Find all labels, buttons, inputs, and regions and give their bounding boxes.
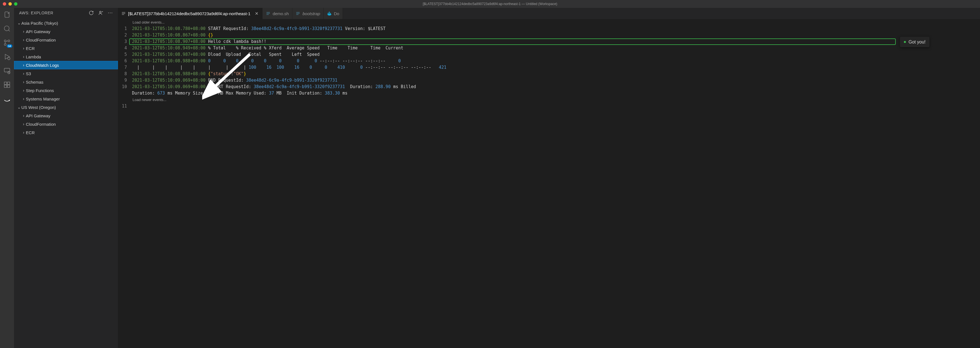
- tree-item[interactable]: ›CloudFormation: [14, 36, 118, 44]
- tree-item-label: ECR: [26, 130, 35, 135]
- code-area: Load older events...2021-03-12T05:10:08.…: [132, 19, 980, 348]
- tree-region[interactable]: ⌄US West (Oregon): [14, 103, 118, 111]
- more-icon[interactable]: ···: [108, 10, 113, 16]
- svg-point-6: [8, 57, 10, 60]
- editor-tab[interactable]: bootstrap: [292, 8, 324, 19]
- editor-tab[interactable]: demo.sh: [262, 8, 293, 19]
- tree-region-label: Asia Pacific (Tokyo): [21, 21, 58, 25]
- editor-tab[interactable]: Do: [324, 8, 343, 19]
- log-line: 2021-03-12T05:10:08.988+08:00 {"status":…: [132, 71, 980, 77]
- search-icon[interactable]: [3, 25, 11, 33]
- svg-point-4: [4, 40, 6, 42]
- editor-tab[interactable]: [$LATEST]377bb4b142124dedbc5a890723a9d6f…: [118, 8, 262, 19]
- svg-point-2: [8, 40, 10, 42]
- chevron-right-icon: ›: [21, 71, 26, 76]
- tree-item-label: Step Functions: [26, 88, 54, 93]
- tab-label: Do: [334, 11, 339, 16]
- tree-item[interactable]: ›Lambda: [14, 52, 118, 61]
- svg-rect-29: [329, 13, 330, 14]
- chevron-right-icon: ›: [21, 88, 26, 93]
- svg-line-1: [8, 30, 10, 32]
- line-number: 7: [118, 64, 127, 71]
- line-number: 10: [118, 84, 127, 90]
- log-line: 2021-03-12T05:10:08.988+08:00 0 0 0 0 0 …: [132, 58, 980, 64]
- log-line: Duration: 673 ms Memory Size: 128 MB Max…: [132, 90, 980, 97]
- debug-icon[interactable]: [3, 53, 11, 60]
- tab-label: [$LATEST]377bb4b142124dedbc5a890723a9d6f…: [128, 11, 250, 16]
- chevron-right-icon: ›: [21, 97, 26, 101]
- svg-rect-28: [328, 13, 329, 14]
- svg-rect-30: [330, 13, 331, 14]
- sidebar-header: AWS: EXPLORER ···: [14, 8, 118, 17]
- tree-item-label: Schemas: [26, 80, 43, 84]
- tree-item[interactable]: ›Schemas: [14, 78, 118, 86]
- tree-item[interactable]: ›API Gateway: [14, 111, 118, 120]
- tooltip-text: Got you!: [909, 39, 926, 45]
- line-number: 1: [118, 25, 127, 32]
- tree-item[interactable]: ›CloudWatch Logs: [14, 61, 118, 69]
- chevron-down-icon: ⌄: [17, 21, 21, 25]
- tree-item[interactable]: ›API Gateway: [14, 27, 118, 36]
- tree-item-label: CloudFormation: [26, 38, 56, 42]
- close-icon[interactable]: [255, 11, 259, 16]
- tab-label: bootstrap: [302, 11, 320, 16]
- chevron-right-icon: ›: [21, 46, 26, 51]
- load-newer-link[interactable]: Load newer events...: [132, 97, 980, 103]
- line-number: 2: [118, 32, 127, 38]
- tree-item[interactable]: ›CloudFormation: [14, 120, 118, 128]
- tree-item-label: API Gateway: [26, 113, 51, 118]
- log-line: [132, 103, 980, 110]
- tree-region[interactable]: ⌄Asia Pacific (Tokyo): [14, 19, 118, 27]
- line-number: 5: [118, 51, 127, 58]
- tab-label: demo.sh: [273, 11, 289, 16]
- chevron-down-icon: ⌄: [17, 105, 21, 110]
- chevron-right-icon: ›: [21, 38, 26, 42]
- tree-item-label: ECR: [26, 46, 35, 51]
- tree-item[interactable]: ›Systems Manager: [14, 95, 118, 103]
- chevron-right-icon: ›: [21, 80, 26, 84]
- svg-point-3: [4, 43, 6, 46]
- tree-region-label: US West (Oregon): [21, 105, 56, 110]
- tree-item-label: S3: [26, 71, 31, 76]
- file-icon: [121, 11, 126, 16]
- load-older-link[interactable]: Load older events...: [132, 19, 980, 25]
- tree-item-label: Systems Manager: [26, 97, 60, 101]
- refresh-icon[interactable]: [89, 10, 94, 16]
- close-window-button[interactable]: [3, 2, 6, 6]
- log-line: 2021-03-12T05:10:08.987+08:00 Dload Uplo…: [132, 51, 980, 58]
- tree-item-label: CloudFormation: [26, 122, 56, 127]
- maximize-window-button[interactable]: [14, 2, 18, 6]
- log-line: 2021-03-12T05:10:09.069+08:00 END Reques…: [132, 77, 980, 84]
- aws-icon[interactable]: [3, 95, 11, 103]
- explorer-icon[interactable]: [3, 11, 11, 19]
- remote-icon[interactable]: [3, 67, 11, 75]
- line-number: [118, 90, 127, 97]
- tree-item[interactable]: ›ECR: [14, 128, 118, 137]
- activity-bar: 14: [0, 8, 14, 348]
- user-icon[interactable]: [98, 10, 103, 16]
- tree-item-label: API Gateway: [26, 29, 51, 34]
- chevron-right-icon: ›: [21, 113, 26, 118]
- log-line: 2021-03-12T05:10:08.907+08:00 Hello cdk …: [132, 38, 980, 45]
- line-number: 6: [118, 58, 127, 64]
- line-number: 4: [118, 45, 127, 51]
- extensions-icon[interactable]: [3, 81, 11, 89]
- svg-rect-12: [7, 85, 10, 87]
- window-title: [$LATEST]377bb4b142124dedbc5a890723a9d6f…: [423, 2, 557, 6]
- tree-item-label: Lambda: [26, 54, 41, 59]
- tree-item[interactable]: ›Step Functions: [14, 86, 118, 95]
- chevron-right-icon: ›: [21, 54, 26, 59]
- tree-item[interactable]: ›S3: [14, 69, 118, 78]
- file-icon: [266, 11, 270, 16]
- scm-badge: 14: [7, 44, 12, 48]
- source-control-icon[interactable]: 14: [3, 39, 11, 46]
- sidebar-title: AWS: EXPLORER: [19, 11, 89, 15]
- svg-point-14: [99, 11, 101, 13]
- log-line: 2021-03-12T05:10:09.069+08:00 REPORT Req…: [132, 84, 980, 90]
- tree-item[interactable]: ›ECR: [14, 44, 118, 52]
- file-icon: [327, 11, 332, 16]
- editor[interactable]: 1234567891011 Load older events...2021-0…: [118, 19, 980, 348]
- chevron-right-icon: ›: [21, 29, 26, 34]
- explorer-tree: ⌄Asia Pacific (Tokyo)›API Gateway›CloudF…: [14, 17, 118, 348]
- minimize-window-button[interactable]: [8, 2, 12, 6]
